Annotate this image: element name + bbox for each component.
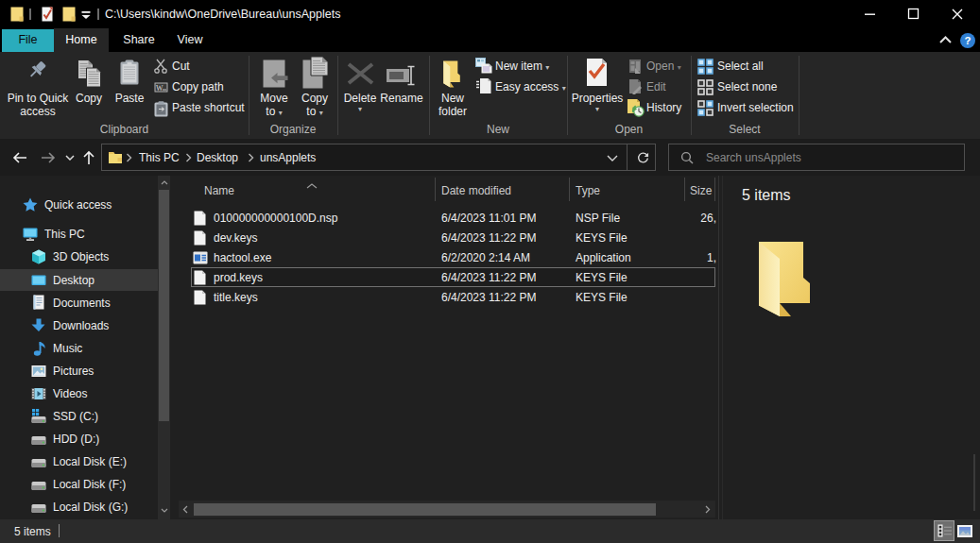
svg-text:?: ? bbox=[964, 35, 971, 46]
svg-text:W: W bbox=[156, 84, 163, 93]
